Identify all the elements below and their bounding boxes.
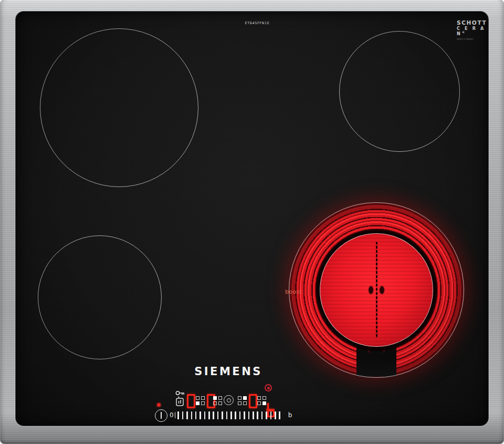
dual-zone-key-icon[interactable]: [224, 395, 234, 405]
slider-tick[interactable]: [270, 411, 272, 419]
zone-select-key-front-right[interactable]: [257, 396, 266, 405]
slider-ticks[interactable]: [175, 411, 284, 419]
power-key-icon[interactable]: [155, 409, 167, 422]
slider-tick[interactable]: [200, 411, 201, 419]
touch-control-panel: 0 b: [16, 12, 488, 426]
slider-tick[interactable]: [248, 411, 250, 419]
slider-tick[interactable]: [191, 411, 193, 419]
slider-tick[interactable]: [222, 411, 223, 419]
child-lock-key-icon[interactable]: [174, 390, 186, 410]
slider-tick[interactable]: [244, 411, 245, 419]
slider-tick[interactable]: [186, 411, 188, 419]
zone-select-key-back-right[interactable]: [238, 396, 247, 405]
zone-select-key-back-left[interactable]: [213, 396, 222, 405]
stainless-frame: ET645FFN1E SCHOTT C E R A N® 9001178047: [0, 0, 504, 444]
slider-tick[interactable]: [253, 411, 254, 419]
power-level-slider[interactable]: 0 b: [170, 410, 292, 420]
cooktop-photo: ET645FFN1E SCHOTT C E R A N® 9001178047: [0, 0, 504, 444]
display-row: [186, 393, 196, 409]
slider-tick[interactable]: [257, 411, 258, 419]
slider-tick[interactable]: [239, 411, 241, 419]
zone-select-key-front-left[interactable]: [196, 396, 205, 405]
slider-tick[interactable]: [213, 411, 214, 419]
slider-tick[interactable]: [275, 411, 276, 419]
slider-tick[interactable]: [217, 411, 219, 419]
slider-tick[interactable]: [208, 411, 210, 419]
slider-tick[interactable]: [182, 411, 184, 419]
display-front-left: [187, 394, 195, 408]
slider-boost-label: b: [288, 412, 292, 418]
slider-tick[interactable]: [279, 411, 280, 419]
slider-tick[interactable]: [195, 411, 197, 419]
slider-tick[interactable]: [261, 411, 263, 419]
slider-zero-label: 0: [170, 412, 174, 418]
slider-tick[interactable]: [177, 411, 179, 419]
slider-tick[interactable]: [175, 412, 175, 418]
display-back-right: [249, 394, 257, 408]
slider-tick[interactable]: [235, 411, 236, 419]
dual-zone-active-indicator-icon: [265, 384, 272, 391]
slider-tick[interactable]: [204, 411, 206, 419]
slider-tick[interactable]: [226, 411, 228, 419]
slider-tick[interactable]: [266, 411, 267, 419]
residual-heat-indicator: [157, 403, 161, 407]
slider-tick[interactable]: [230, 411, 232, 419]
ceramic-glass-surface: ET645FFN1E SCHOTT C E R A N® 9001178047: [16, 12, 488, 426]
